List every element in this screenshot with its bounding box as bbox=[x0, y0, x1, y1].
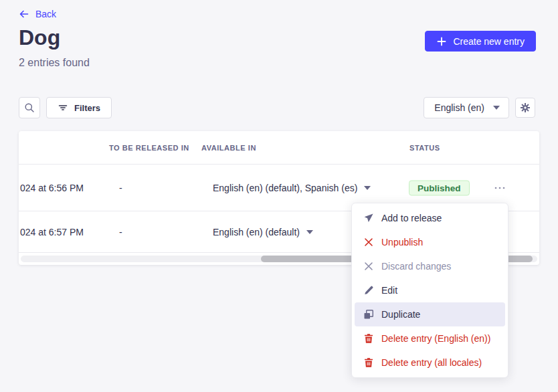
plus-icon bbox=[436, 36, 447, 47]
gear-icon bbox=[520, 102, 531, 113]
available-in-value: English (en) (default) bbox=[213, 227, 300, 237]
paper-plane-icon bbox=[363, 213, 374, 223]
chevron-down-icon[interactable] bbox=[306, 230, 313, 234]
locale-select[interactable]: English (en) bbox=[424, 97, 509, 118]
settings-button[interactable] bbox=[515, 98, 535, 118]
back-link[interactable]: Back bbox=[19, 9, 56, 19]
menu-item-delete-entry-all-locales[interactable]: Delete entry (all locales) bbox=[355, 351, 505, 375]
menu-item-delete-entry-locale[interactable]: Delete entry (English (en)) bbox=[355, 326, 505, 351]
cell-available-in: English (en) (default) bbox=[213, 227, 313, 237]
chevron-down-icon bbox=[493, 106, 500, 110]
column-header-to-be-released-in: TO BE RELEASED IN bbox=[109, 144, 189, 152]
pencil-icon bbox=[363, 285, 374, 296]
trash-icon bbox=[363, 333, 374, 344]
locale-selected-value: English (en) bbox=[434, 102, 484, 113]
row-context-menu: Add to release Unpublish Discard changes… bbox=[351, 203, 508, 378]
back-label: Back bbox=[35, 9, 56, 19]
duplicate-icon bbox=[363, 309, 374, 320]
create-new-entry-label: Create new entry bbox=[453, 36, 525, 47]
cell-updated-date: 024 at 6:57 PM bbox=[20, 227, 84, 237]
status-badge: Published bbox=[409, 180, 470, 195]
page-title: Dog bbox=[19, 25, 60, 50]
cross-icon bbox=[363, 261, 374, 272]
menu-item-duplicate[interactable]: Duplicate bbox=[355, 302, 505, 326]
search-icon bbox=[24, 102, 35, 113]
trash-icon bbox=[363, 357, 374, 368]
filters-label: Filters bbox=[74, 103, 100, 113]
cell-to-be-released-in: - bbox=[119, 183, 122, 193]
cell-status: Published bbox=[409, 180, 470, 195]
chevron-down-icon[interactable] bbox=[364, 186, 371, 190]
cell-updated-date: 024 at 6:56 PM bbox=[20, 183, 84, 193]
more-options-icon bbox=[494, 187, 505, 189]
menu-item-add-to-release[interactable]: Add to release bbox=[355, 206, 505, 230]
cell-available-in: English (en) (default), Spanish (es) bbox=[213, 183, 371, 193]
filter-icon bbox=[58, 102, 68, 113]
cell-to-be-released-in: - bbox=[119, 227, 122, 237]
action-bar: Filters English (en) bbox=[19, 97, 535, 118]
table-header-row: TO BE RELEASED IN AVAILABLE IN STATUS bbox=[19, 131, 539, 165]
column-header-available-in: AVAILABLE IN bbox=[201, 144, 256, 152]
available-in-value: English (en) (default), Spanish (es) bbox=[213, 183, 357, 193]
arrow-left-icon bbox=[19, 9, 29, 19]
filters-button[interactable]: Filters bbox=[46, 97, 112, 118]
menu-item-edit[interactable]: Edit bbox=[355, 278, 505, 302]
search-button[interactable] bbox=[19, 97, 40, 118]
column-header-status: STATUS bbox=[409, 144, 440, 152]
cross-icon bbox=[363, 237, 374, 248]
menu-item-discard-changes: Discard changes bbox=[355, 254, 505, 278]
row-more-options-button[interactable] bbox=[493, 187, 506, 189]
menu-item-unpublish[interactable]: Unpublish bbox=[355, 230, 505, 254]
entries-count: 2 entries found bbox=[19, 57, 90, 69]
create-new-entry-button[interactable]: Create new entry bbox=[425, 31, 536, 52]
